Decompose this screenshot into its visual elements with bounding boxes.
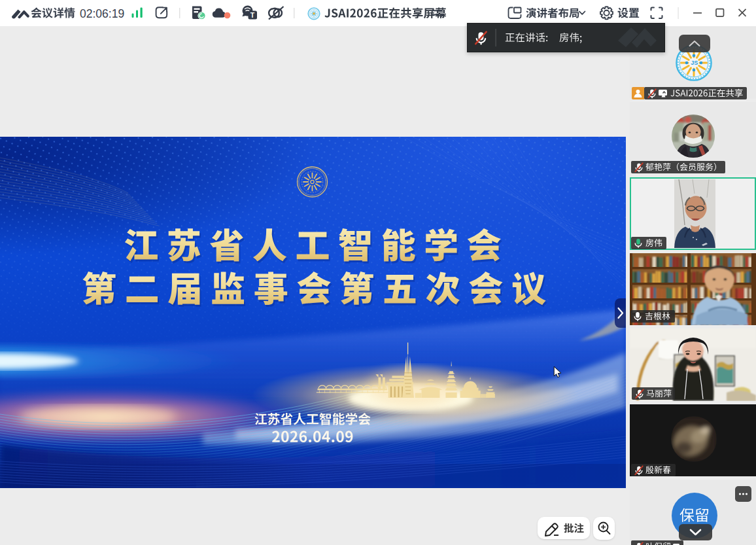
- svg-text:02:06:19: 02:06:19: [80, 7, 124, 20]
- svg-text:T: T: [250, 11, 255, 19]
- svg-text:JS: JS: [691, 60, 698, 66]
